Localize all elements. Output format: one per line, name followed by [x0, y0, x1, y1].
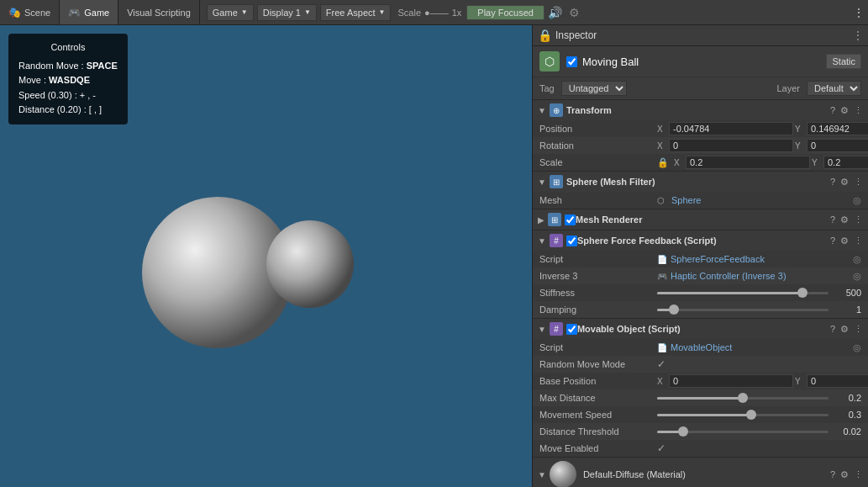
stiffness-fill: [657, 292, 802, 294]
movable-more-icon[interactable]: ⋮: [854, 324, 863, 335]
base-x-field[interactable]: [669, 374, 793, 388]
mesh-select-icon[interactable]: ◎: [853, 195, 861, 206]
tab-game[interactable]: 🎮 Game: [60, 0, 118, 24]
tag-dropdown[interactable]: Untagged: [561, 81, 627, 96]
random-move-label: Random Move :: [18, 61, 84, 71]
material-arrow[interactable]: ▼: [538, 470, 546, 479]
display-dropdown[interactable]: Display 1 ▼: [257, 4, 317, 21]
material-more-icon[interactable]: ⋮: [854, 469, 863, 480]
movable-object-checkbox[interactable]: [566, 324, 577, 335]
transform-title: Transform: [566, 105, 830, 115]
more-options-icon[interactable]: ⋮: [850, 6, 868, 19]
transform-settings-icon[interactable]: ⚙: [840, 105, 849, 116]
game-viewport[interactable]: Controls Random Move : SPACE Move : WASD…: [0, 25, 532, 487]
movable-script-ref[interactable]: 📄 MovableObject: [657, 342, 850, 352]
movable-settings-icon[interactable]: ⚙: [840, 324, 849, 335]
base-y-field[interactable]: [807, 374, 868, 388]
mesh-icon: ⬡: [657, 196, 665, 205]
material-ball: [550, 461, 576, 487]
settings-icon[interactable]: ⚙: [569, 6, 580, 19]
dist-thresh-label: Distance Threshold: [539, 426, 657, 437]
mesh-settings-icon[interactable]: ⚙: [840, 177, 849, 188]
max-dist-label: Max Distance: [539, 393, 657, 403]
aspect-dropdown[interactable]: Free Aspect ▼: [320, 4, 392, 21]
pos-y-field[interactable]: [807, 122, 868, 135]
movable-help-icon[interactable]: ?: [830, 324, 835, 335]
stiffness-thumb[interactable]: [797, 288, 808, 298]
game-icon: 🎮: [68, 7, 81, 19]
dist-thresh-slider[interactable]: [657, 431, 829, 433]
mute-icon[interactable]: 🔊: [548, 6, 562, 19]
aspect-label: Free Aspect: [326, 8, 376, 18]
tab-visual-scripting[interactable]: Visual Scripting: [118, 0, 200, 24]
mesh-renderer-checkbox[interactable]: [565, 214, 576, 225]
object-name[interactable]: Moving Ball: [582, 56, 826, 68]
sphere-script-ref[interactable]: 📄 SphereForceFeedback: [657, 254, 850, 264]
scale-x-field[interactable]: [686, 156, 810, 169]
pos-x-field[interactable]: [669, 122, 793, 135]
sphere-script-select-icon[interactable]: ◎: [853, 254, 861, 265]
mesh-filter-header[interactable]: ▼ ⊞ Sphere (Mesh Filter) ? ⚙ ⋮: [533, 172, 868, 192]
movable-script-select-icon[interactable]: ◎: [853, 342, 861, 353]
damping-thumb[interactable]: [669, 304, 679, 315]
mesh-renderer-actions: ? ⚙ ⋮: [830, 214, 863, 225]
move-enabled-check[interactable]: ✓: [657, 442, 665, 454]
mesh-row: Mesh ⬡ Sphere ◎: [533, 192, 868, 209]
dist-thresh-thumb[interactable]: [678, 426, 688, 437]
transform-header[interactable]: ▼ ⊕ Transform ? ⚙ ⋮: [533, 100, 868, 120]
game-dropdown[interactable]: Game ▼: [207, 4, 254, 21]
sphere-force-help-icon[interactable]: ?: [830, 236, 835, 246]
base-position-row: Base Position X Y Z: [533, 373, 868, 389]
object-active-checkbox[interactable]: [566, 56, 577, 67]
scale-row: Scale 🔒 X Y Z: [533, 154, 868, 171]
controls-overlay: Controls Random Move : SPACE Move : WASD…: [8, 34, 128, 124]
max-dist-thumb[interactable]: [738, 393, 748, 403]
mesh-more-icon[interactable]: ⋮: [854, 177, 863, 188]
move-speed-slider[interactable]: [657, 414, 829, 416]
mesh-renderer-help-icon[interactable]: ?: [830, 214, 835, 225]
mesh-filter-icon: ⊞: [550, 175, 563, 188]
mesh-renderer-header[interactable]: ▶ ⊞ Mesh Renderer ? ⚙ ⋮: [533, 209, 868, 230]
mesh-ref[interactable]: ⬡ Sphere: [657, 195, 853, 205]
sphere-force-more-icon[interactable]: ⋮: [854, 236, 863, 246]
inverse3-ref[interactable]: 🎮 Haptic Controller (Inverse 3): [657, 271, 850, 281]
stiffness-slider[interactable]: [657, 292, 829, 294]
distance-label: Distance (0.20) :: [18, 104, 87, 114]
scale-label: Scale: [539, 157, 657, 167]
rot-y-field[interactable]: [807, 139, 868, 152]
sphere-force-actions: ? ⚙ ⋮: [830, 236, 863, 246]
aspect-arrow: ▼: [379, 8, 386, 16]
scale-control: Scale ●—— 1x: [397, 8, 461, 18]
material-settings-icon[interactable]: ⚙: [840, 469, 849, 480]
layer-label: Layer: [776, 83, 800, 93]
max-dist-slider-row: 0.2: [657, 393, 861, 403]
max-dist-slider[interactable]: [657, 397, 829, 400]
inverse3-select-icon[interactable]: ◎: [853, 271, 861, 282]
material-help-icon[interactable]: ?: [830, 469, 835, 480]
movable-object-header[interactable]: ▼ # Movable Object (Script) ? ⚙ ⋮: [533, 319, 868, 339]
transform-more-icon[interactable]: ⋮: [854, 105, 863, 116]
layer-dropdown[interactable]: Default: [807, 81, 861, 96]
random-move-check[interactable]: ✓: [657, 358, 665, 370]
sphere-force-header[interactable]: ▼ # Sphere Force Feedback (Script) ? ⚙ ⋮: [533, 230, 868, 251]
static-button[interactable]: Static: [826, 54, 861, 69]
mesh-renderer-more-icon[interactable]: ⋮: [854, 214, 863, 225]
move-speed-thumb[interactable]: [746, 410, 756, 420]
rot-x-field[interactable]: [669, 139, 793, 152]
mesh-help-icon[interactable]: ?: [830, 177, 835, 188]
damping-slider[interactable]: [657, 309, 829, 311]
transform-help-icon[interactable]: ?: [830, 105, 835, 116]
play-focused-button[interactable]: Play Focused: [466, 5, 544, 20]
speed-label: Speed (0.30) :: [18, 90, 77, 100]
sphere-force-settings-icon[interactable]: ⚙: [840, 236, 849, 246]
scale-y-field[interactable]: [823, 156, 868, 169]
inspector-more-icon[interactable]: ⋮: [853, 29, 863, 41]
max-dist-row: Max Distance 0.2: [533, 389, 868, 406]
mesh-renderer-settings-icon[interactable]: ⚙: [840, 214, 849, 225]
inspector-icons: ⋮: [853, 29, 863, 41]
display-label: Display 1: [263, 8, 301, 18]
small-sphere: [266, 220, 354, 308]
sphere-script-label: Script: [539, 254, 657, 264]
tab-scene[interactable]: 🎭 Scene: [0, 0, 60, 24]
sphere-force-checkbox[interactable]: [566, 236, 577, 246]
